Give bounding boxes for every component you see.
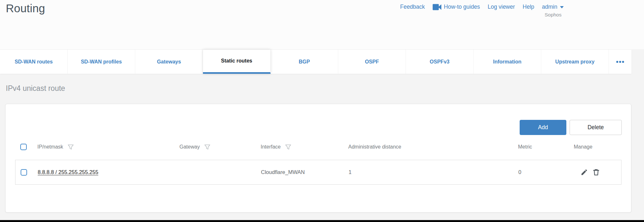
log-viewer-link-label: Log viewer <box>488 4 515 10</box>
help-link[interactable]: Help <box>523 4 534 10</box>
feedback-link-label: Feedback <box>400 4 425 10</box>
table-header-row: IP/netmask Gateway Interface <box>15 141 621 153</box>
tab-upstream-proxy[interactable]: Upstream proxy <box>541 50 609 74</box>
column-header-metric: Metric <box>518 144 574 150</box>
tab-bgp[interactable]: BGP <box>271 50 338 74</box>
column-header-label: IP/netmask <box>37 144 63 150</box>
column-header-administrative-distance: Administrative distance <box>348 144 518 150</box>
chevron-down-icon <box>560 6 564 8</box>
column-header-label: Administrative distance <box>348 144 401 150</box>
column-header-gateway: Gateway <box>179 144 261 150</box>
howto-guides-link[interactable]: How-to guides <box>433 4 480 10</box>
filter-funnel-icon[interactable] <box>68 144 74 150</box>
screen-bottom-edge <box>0 220 644 222</box>
metric-cell: 0 <box>518 169 574 175</box>
trash-icon[interactable] <box>592 169 600 176</box>
routes-table: IP/netmask Gateway Interface <box>15 141 621 185</box>
column-header-interface: Interface <box>261 144 348 150</box>
add-button[interactable]: Add <box>520 120 566 135</box>
admin-user-menu[interactable]: admin <box>542 4 564 10</box>
interface-cell: Cloudflare_MWAN <box>261 169 349 175</box>
feedback-link[interactable]: Feedback <box>400 4 425 10</box>
column-header-label: Interface <box>261 144 281 150</box>
tab-ospfv3[interactable]: OSPFv3 <box>406 50 474 74</box>
routing-tab-bar: SD-WAN routes SD-WAN profiles Gateways S… <box>0 49 631 74</box>
manage-cell <box>574 169 621 176</box>
ellipsis-icon <box>616 61 618 63</box>
log-viewer-link[interactable]: Log viewer <box>488 4 515 10</box>
tab-overflow-menu[interactable] <box>609 50 631 74</box>
ip-netmask-link[interactable]: 8.8.8.8 / 255.255.255.255 <box>38 169 98 175</box>
column-header-label: Metric <box>518 144 532 150</box>
top-navigation: Feedback How-to guides Log viewer Help a… <box>400 4 564 10</box>
brand-label: Sophos <box>544 12 562 18</box>
header-checkbox-cell <box>15 144 37 150</box>
admin-user-label: admin <box>542 4 557 10</box>
column-header-ip-netmask: IP/netmask <box>37 144 179 150</box>
section-heading: IPv4 unicast route <box>6 84 65 93</box>
ellipsis-icon <box>622 61 624 63</box>
page-header: Routing Feedback How-to guides Log viewe… <box>0 0 644 49</box>
tab-static-routes[interactable]: Static routes <box>203 50 271 74</box>
ip-netmask-cell: 8.8.8.8 / 255.255.255.255 <box>38 169 180 175</box>
row-checkbox[interactable] <box>21 169 27 176</box>
edit-pencil-icon[interactable] <box>581 169 588 176</box>
delete-button[interactable]: Delete <box>570 120 622 135</box>
row-checkbox-cell <box>15 169 38 176</box>
page-title: Routing <box>6 1 45 16</box>
tab-gateways[interactable]: Gateways <box>135 50 203 74</box>
administrative-distance-cell: 1 <box>349 169 518 175</box>
filter-funnel-icon[interactable] <box>285 144 291 150</box>
column-header-label: Gateway <box>179 144 200 150</box>
tab-sdwan-profiles[interactable]: SD-WAN profiles <box>68 50 135 74</box>
table-row: 8.8.8.8 / 255.255.255.255 Cloudflare_MWA… <box>15 160 621 185</box>
table-toolbar: Add Delete <box>520 120 622 135</box>
video-camera-icon <box>433 4 441 10</box>
select-all-checkbox[interactable] <box>20 144 27 150</box>
tab-sdwan-routes[interactable]: SD-WAN routes <box>0 50 68 74</box>
ellipsis-icon <box>619 61 621 63</box>
column-header-label: Manage <box>574 144 592 150</box>
column-header-manage: Manage <box>574 144 621 150</box>
filter-funnel-icon[interactable] <box>204 144 210 150</box>
howto-guides-link-label: How-to guides <box>444 4 480 10</box>
tab-information[interactable]: Information <box>474 50 541 74</box>
static-routes-card: Add Delete IP/netmask Gateway <box>5 104 631 213</box>
help-link-label: Help <box>523 4 534 10</box>
tab-ospf[interactable]: OSPF <box>338 50 406 74</box>
